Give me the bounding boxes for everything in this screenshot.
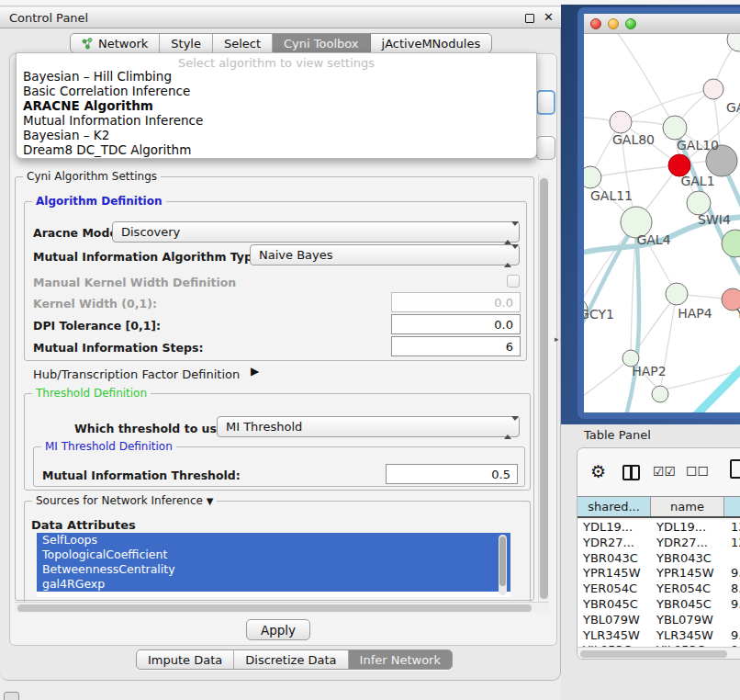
inference-algorithm-combo-fragment[interactable] <box>536 90 555 115</box>
collapse-down-icon[interactable]: ▼ <box>207 496 214 506</box>
table-row[interactable]: YBL079WYBL079W <box>577 613 740 628</box>
table-hscrollbar-thumb[interactable] <box>580 650 727 658</box>
node-unlabeled[interactable] <box>727 34 740 51</box>
select-all-checkboxes-icon[interactable]: ☑☑ <box>653 464 676 479</box>
tab-impute-data[interactable]: Impute Data <box>137 650 234 669</box>
aracne-mode-value: Discovery <box>121 225 180 239</box>
node-green-right[interactable] <box>722 230 740 257</box>
cell <box>724 551 740 567</box>
node-label: GAL <box>726 100 740 115</box>
network-view-window[interactable]: GAL GAL80 GAL10 GAL1 GAL11 SWI4 GAL4 HAP… <box>577 7 740 419</box>
tab-discretize-data[interactable]: Discretize Data <box>234 650 348 669</box>
cell: YLR345W <box>651 628 724 644</box>
cell: YPR145W <box>577 566 651 581</box>
deselect-all-checkboxes-icon[interactable]: ☐☐ <box>686 464 709 479</box>
column-header-shared-name[interactable]: shared... <box>577 497 651 516</box>
manual-kernel-width-checkbox[interactable] <box>507 275 520 288</box>
table-row[interactable]: YER054CYER054C8. <box>577 581 740 597</box>
cell: YPR145W <box>651 566 724 581</box>
table-row[interactable]: YDL19...YDL19...13 <box>577 520 740 536</box>
column-header-name[interactable]: name <box>651 497 724 516</box>
cell: YDR27... <box>651 536 724 551</box>
mi-steps-field[interactable]: 6 <box>391 336 521 356</box>
tab-select[interactable]: Select <box>213 34 273 52</box>
table-browser: ⚙ ☑☑ ☐☐ shared... name A YDL19...YDL19..… <box>577 447 740 660</box>
table-row[interactable]: YDR27...YDR27...12 <box>577 536 740 551</box>
cell: YDL19... <box>577 520 651 536</box>
algorithm-option[interactable]: Bayesian – Hill Climbing <box>23 69 172 84</box>
tab-discretize-data-label: Discretize Data <box>245 653 336 667</box>
cell: 9. <box>724 566 740 581</box>
list-item[interactable]: BetweennessCentrality <box>37 562 510 577</box>
node-bottom[interactable] <box>652 386 668 402</box>
stepper-arrows-icon <box>504 421 511 435</box>
node-gal-partial[interactable] <box>703 79 723 99</box>
network-source-combo-fragment[interactable] <box>536 136 555 160</box>
algorithm-option[interactable]: Bayesian – K2 <box>23 128 109 142</box>
expand-right-icon[interactable]: ▶ <box>251 365 259 378</box>
tab-cyni-toolbox[interactable]: Cyni Toolbox <box>273 34 371 52</box>
network-window-titlebar[interactable] <box>584 14 740 34</box>
table-row[interactable]: YBR045CYBR045C9. <box>577 597 740 613</box>
column-header-label: shared... <box>588 500 640 514</box>
sources-group-title: Sources for Network Inference ▼ <box>32 494 217 507</box>
node-gal80[interactable] <box>610 111 632 133</box>
table-hscrollbar-track[interactable] <box>577 647 740 659</box>
stepper-arrows-icon <box>504 226 511 240</box>
node-hap4[interactable] <box>666 283 688 305</box>
algorithm-option[interactable]: Basic Correlation Inference <box>23 84 190 98</box>
list-item[interactable]: TopologicalCoefficient <box>37 548 510 562</box>
tab-style[interactable]: Style <box>160 34 213 52</box>
kernel-width-field[interactable]: 0.0 <box>391 292 521 312</box>
tab-impute-data-label: Impute Data <box>148 653 222 667</box>
panel-resize-arrow-icon[interactable]: ▸ <box>555 334 559 344</box>
minimize-traffic-light[interactable] <box>608 18 619 29</box>
aracne-mode-combo[interactable]: Discovery <box>112 221 520 243</box>
settings-hscrollbar-thumb[interactable] <box>17 604 532 612</box>
data-attributes-list[interactable]: SelfLoops TopologicalCoefficient Between… <box>37 533 510 597</box>
close-traffic-light[interactable] <box>590 18 601 29</box>
dpi-tolerance-field[interactable]: 0.0 <box>391 314 521 334</box>
algorithm-option[interactable]: Mutual Information Inference <box>23 113 203 128</box>
cell: 9. <box>724 628 740 644</box>
zoom-traffic-light[interactable] <box>625 18 636 29</box>
cyni-algorithm-settings-title: Cyni Algorithm Settings <box>23 170 161 183</box>
node-gal11[interactable] <box>584 166 601 188</box>
network-canvas[interactable]: GAL GAL80 GAL10 GAL1 GAL11 SWI4 GAL4 HAP… <box>584 34 740 419</box>
cell: YDR27... <box>577 536 651 551</box>
close-icon[interactable]: ✕ <box>544 10 554 24</box>
apply-button[interactable]: Apply <box>246 619 310 640</box>
node-gal10[interactable] <box>663 116 687 140</box>
column-header-partial[interactable]: A <box>724 497 740 516</box>
settings-vscrollbar-thumb[interactable] <box>540 178 548 599</box>
table-row[interactable]: YLR345WYLR345W9. <box>577 628 740 644</box>
float-window-icon[interactable] <box>525 14 534 23</box>
list-scrollbar-thumb[interactable] <box>499 536 506 586</box>
mi-algorithm-type-value: Naive Bayes <box>259 248 332 262</box>
tab-infer-network[interactable]: Infer Network <box>349 650 452 669</box>
network-edge-cyan <box>692 346 740 419</box>
mi-threshold-field[interactable]: 0.5 <box>386 464 518 484</box>
mi-algorithm-type-combo[interactable]: Naive Bayes <box>250 244 520 265</box>
export-table-icon[interactable] <box>730 459 740 479</box>
control-panel-tabs: Network Style Select Cyni Toolbox jActiv… <box>70 33 492 53</box>
column-selector-icon[interactable] <box>622 465 640 480</box>
cell: YBR043C <box>651 551 724 567</box>
list-item[interactable]: gal4RGexp <box>37 577 510 592</box>
algorithm-option-selected[interactable]: ARACNE Algorithm <box>23 98 153 113</box>
mi-steps-value: 6 <box>506 340 513 354</box>
table-toolbar: ⚙ ☑☑ ☐☐ <box>577 448 740 496</box>
gear-icon[interactable]: ⚙ <box>590 463 606 480</box>
table-row[interactable]: YPR145WYPR145W9. <box>577 566 740 581</box>
tab-jactivemnodules[interactable]: jActiveMNodules <box>371 34 492 52</box>
cell: 12 <box>724 536 740 551</box>
node-label: GAL80 <box>612 132 655 147</box>
bottom-left-partial-icon[interactable] <box>4 692 19 700</box>
table-row[interactable]: YBR043CYBR043C <box>577 551 740 567</box>
kernel-width-value: 0.0 <box>494 296 513 310</box>
list-item[interactable]: SelfLoops <box>37 533 510 548</box>
tab-network[interactable]: Network <box>71 34 160 52</box>
which-threshold-combo[interactable]: MI Threshold <box>217 416 520 437</box>
algorithm-option[interactable]: Dream8 DC_TDC Algorithm <box>23 142 191 157</box>
tab-infer-network-label: Infer Network <box>360 653 441 667</box>
